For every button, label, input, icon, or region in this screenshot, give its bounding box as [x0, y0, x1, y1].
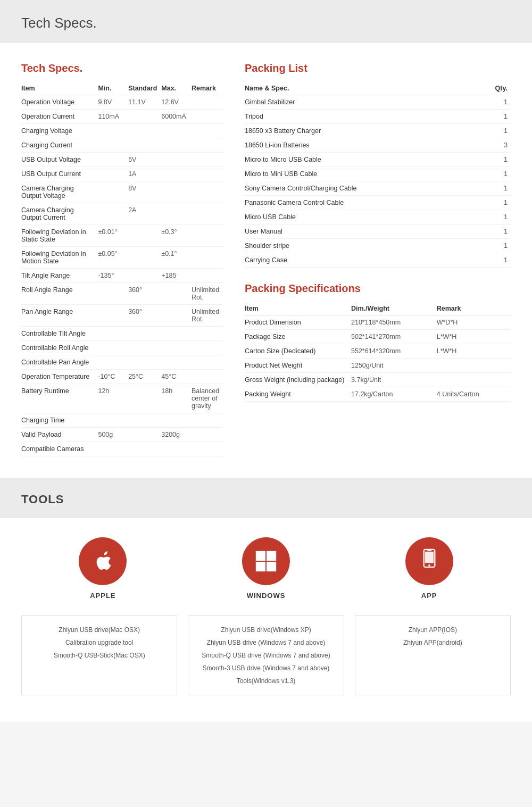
- packing-list-row: Micro to Micro USB Cable1: [245, 153, 511, 167]
- pack-specs-cell: W*D*H: [437, 315, 511, 330]
- specs-cell: [128, 442, 161, 456]
- specs-cell: [192, 355, 223, 370]
- specs-cell: [192, 203, 223, 225]
- apple-label: APPLE: [90, 592, 115, 600]
- pack-specs-cell: [437, 373, 511, 387]
- pack-specs-header-row: Item Dim./Weight Remark: [245, 302, 511, 315]
- specs-cell: [192, 181, 223, 203]
- specs-table-row: Operation Voltage9.8V11.1V12.6V: [21, 95, 223, 110]
- specs-cell: ±0.1°: [161, 247, 192, 269]
- specs-cell: 6000mA: [161, 110, 192, 124]
- specs-cell: Charging Current: [21, 138, 98, 153]
- specs-cell: [128, 413, 161, 428]
- pack-specs-cell: 552*614*320mm: [351, 344, 437, 359]
- tool-link[interactable]: Tools(Windows v1.3): [197, 675, 335, 687]
- specs-cell: [192, 341, 223, 355]
- tool-link[interactable]: Smooth-3 USB drive (Windows 7 and above): [197, 662, 335, 675]
- pack-specs-cell: Carton Size (Dedicated): [245, 344, 351, 359]
- specs-cell: [192, 110, 223, 124]
- pack-specs-cell: L*W*H: [437, 330, 511, 344]
- pack-specs-cell: L*W*H: [437, 344, 511, 359]
- specs-table-row: Controllable Roll Angle: [21, 341, 223, 355]
- specs-table-row: Battery Runtime12h18hBalanced center of …: [21, 384, 223, 413]
- specs-cell: 110mA: [98, 110, 128, 124]
- specs-table-row: Roll Angle Range360°Unlimited Rot.: [21, 283, 223, 305]
- tool-link[interactable]: Smooth-Q USB drive (Windows 7 and above): [197, 649, 335, 662]
- specs-cell: [161, 124, 192, 138]
- specs-table-row: Charging Time: [21, 413, 223, 428]
- specs-cell: Pan Angle Range: [21, 305, 98, 327]
- windows-icon: [253, 548, 279, 574]
- specs-cell: ±0.05°: [98, 247, 128, 269]
- specs-cell: 1A: [128, 167, 161, 181]
- specs-cell: [98, 305, 128, 327]
- tool-link[interactable]: Zhiyun USB drive(Mac OSX): [30, 623, 168, 636]
- specs-cell: [161, 181, 192, 203]
- col-ps-remark: Remark: [437, 302, 511, 315]
- specs-cell: [128, 138, 161, 153]
- specs-cell: 11.1V: [128, 95, 161, 110]
- specs-cell: [98, 203, 128, 225]
- col-item: Item: [21, 82, 98, 95]
- svg-rect-2: [256, 562, 265, 571]
- specs-cell: Valid Payload: [21, 428, 98, 442]
- tool-link[interactable]: Zhiyun APP(android): [364, 636, 502, 649]
- packing-cell: 1: [479, 239, 511, 253]
- svg-rect-0: [256, 551, 265, 561]
- tool-link[interactable]: Zhiyun USB drive(Windows XP): [197, 623, 335, 636]
- specs-cell: [128, 110, 161, 124]
- packing-cell: Shoulder stripe: [245, 239, 479, 253]
- svg-rect-5: [425, 552, 434, 563]
- specs-cell: [161, 167, 192, 181]
- specs-table-row: Following Deviation in Motion State±0.05…: [21, 247, 223, 269]
- pack-specs-cell: Gross Weight (including package): [245, 373, 351, 387]
- packing-cell: 1: [479, 196, 511, 210]
- pack-specs-row: Packing Weight17.2kg/Carton4 Units/Carto…: [245, 387, 511, 402]
- tool-link[interactable]: Calibration upgrade tool: [30, 636, 168, 649]
- tool-link[interactable]: Zhiyun USB drive (Windows 7 and above): [197, 636, 335, 649]
- specs-table-header-row: Item Min. Standard Max. Remark: [21, 82, 223, 95]
- svg-point-6: [428, 564, 430, 567]
- specs-cell: Battery Runtime: [21, 384, 98, 413]
- packing-cell: Micro to Mini USB Cable: [245, 167, 479, 181]
- packing-cell: 1: [479, 210, 511, 224]
- specs-cell: 9.8V: [98, 95, 128, 110]
- packing-cell: 1: [479, 124, 511, 138]
- specs-cell: Roll Angle Range: [21, 283, 98, 305]
- packing-list-row: Micro USB Cable1: [245, 210, 511, 224]
- specs-cell: [98, 124, 128, 138]
- packing-list-row: Micro to Mini USB Cable1: [245, 167, 511, 181]
- packing-cell: Micro to Micro USB Cable: [245, 153, 479, 167]
- packing-list-row: Sony Camera Control/Charging Cable1: [245, 181, 511, 196]
- specs-cell: Operation Temperature: [21, 370, 98, 384]
- specs-cell: [128, 269, 161, 283]
- specs-cell: Unlimited Rot.: [192, 283, 223, 305]
- svg-rect-3: [267, 562, 276, 571]
- specs-cell: [161, 203, 192, 225]
- specs-cell: 360°: [128, 305, 161, 327]
- specs-cell: [161, 341, 192, 355]
- specs-cell: [98, 167, 128, 181]
- col-ps-dim: Dim./Weight: [351, 302, 437, 315]
- specs-cell: 3200g: [161, 428, 192, 442]
- tools-title: TOOLS: [21, 493, 511, 506]
- specs-cell: [128, 225, 161, 247]
- packing-list-row: Gimbal Stabilizer1: [245, 95, 511, 110]
- packing-cell: 1: [479, 167, 511, 181]
- pack-specs-cell: [437, 359, 511, 373]
- tech-specs-section: Tech Specs. Item Min. Standard Max. Rema…: [21, 62, 223, 456]
- tool-link[interactable]: Smooth-Q USB-Stick(Mac OSX): [30, 649, 168, 662]
- specs-table-row: Charging Current: [21, 138, 223, 153]
- page-header-title: Tech Specs.: [21, 15, 511, 31]
- specs-cell: [98, 442, 128, 456]
- specs-cell: [192, 269, 223, 283]
- packing-cell: 1: [479, 253, 511, 268]
- specs-cell: [192, 138, 223, 153]
- tool-link[interactable]: Zhiyun APP(IOS): [364, 623, 502, 636]
- specs-cell: Tilt Angle Range: [21, 269, 98, 283]
- packing-cell: Micro USB Cable: [245, 210, 479, 224]
- specs-table-row: Compatible Cameras: [21, 442, 223, 456]
- packing-list-header-row: Name & Spec. Qty.: [245, 82, 511, 95]
- pack-specs-cell: 210*118*450mm: [351, 315, 437, 330]
- specs-cell: [98, 355, 128, 370]
